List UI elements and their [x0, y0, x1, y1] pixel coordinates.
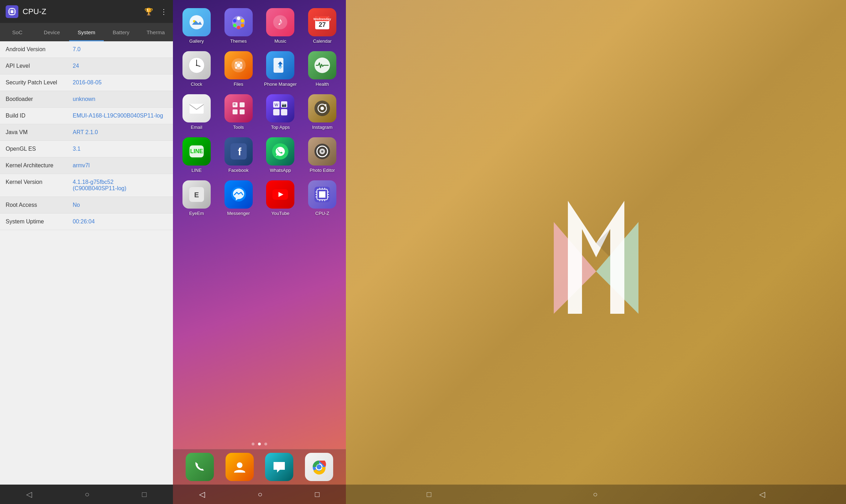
- cpuz-nav-bar: ◁ ○ □: [0, 485, 173, 504]
- tab-system[interactable]: System: [69, 23, 104, 41]
- svg-point-21: [233, 24, 236, 27]
- svg-point-37: [240, 62, 242, 64]
- svg-point-59: [320, 107, 324, 110]
- svg-point-35: [237, 64, 240, 67]
- row-label: API Level: [6, 63, 73, 69]
- svg-rect-50: [235, 104, 235, 105]
- svg-text:LINE: LINE: [190, 148, 203, 154]
- app-music[interactable]: ♪ Music: [260, 5, 301, 47]
- right-back-button[interactable]: □: [427, 490, 431, 499]
- svg-rect-54: [281, 109, 287, 115]
- app-youtube[interactable]: YouTube: [260, 178, 301, 219]
- android-back-button[interactable]: ◁: [199, 490, 205, 499]
- facebook-label: Facebook: [228, 168, 248, 173]
- dot-1[interactable]: [252, 443, 254, 445]
- trophy-icon[interactable]: 🏆: [144, 7, 153, 16]
- tab-battery[interactable]: Battery: [104, 23, 138, 41]
- dock-contacts[interactable]: [226, 453, 254, 481]
- tab-thermal[interactable]: Therma: [138, 23, 173, 41]
- app-topapps[interactable]: W 📷 Top Apps: [260, 91, 301, 133]
- table-row: Kernel Version 4.1.18-g75fbc52(C900B040S…: [0, 174, 173, 197]
- row-label: Bootloader: [6, 96, 73, 102]
- row-value: No: [73, 202, 167, 208]
- svg-rect-49: [234, 104, 234, 105]
- dot-2[interactable]: [258, 443, 261, 445]
- svg-text:♪: ♪: [278, 16, 283, 27]
- svg-point-17: [237, 17, 240, 20]
- svg-point-60: [324, 104, 326, 106]
- page-dots: [173, 439, 346, 449]
- row-label: Kernel Architecture: [6, 162, 73, 169]
- right-recent-button[interactable]: ◁: [759, 490, 765, 499]
- back-button[interactable]: ◁: [26, 490, 32, 499]
- app-health[interactable]: Health: [302, 48, 342, 90]
- dock-messages[interactable]: [265, 453, 293, 481]
- table-row: System Uptime 00:26:04: [0, 214, 173, 230]
- tab-device[interactable]: Device: [35, 23, 69, 41]
- menu-icon[interactable]: ⋮: [160, 7, 167, 16]
- app-tools[interactable]: Tools: [218, 91, 259, 133]
- gallery-label: Gallery: [189, 38, 204, 44]
- row-value: armv7l: [73, 162, 167, 169]
- app-instagram[interactable]: Instagram: [302, 91, 342, 133]
- app-cpuz[interactable]: CPU-Z: [302, 178, 342, 219]
- line-label: LINE: [191, 168, 202, 173]
- clock-label: Clock: [191, 82, 203, 87]
- table-row: Root Access No: [0, 197, 173, 214]
- dock-phone[interactable]: [186, 453, 214, 481]
- home-button[interactable]: ○: [85, 490, 89, 499]
- themes-icon: [224, 8, 253, 36]
- svg-point-19: [241, 24, 244, 27]
- svg-point-18: [241, 19, 244, 23]
- row-label: Kernel Version: [6, 179, 73, 185]
- messenger-label: Messenger: [227, 211, 250, 216]
- svg-rect-45: [233, 109, 238, 114]
- dock-chrome[interactable]: [305, 453, 333, 481]
- phonemanager-label: Phone Manager: [264, 82, 297, 87]
- calendar-icon: Wednesday 27: [308, 8, 336, 36]
- app-messenger[interactable]: Messenger: [218, 178, 259, 219]
- app-photoeditor[interactable]: Photo Editor: [302, 134, 342, 176]
- app-email[interactable]: Email: [176, 91, 217, 133]
- row-value: unknown: [73, 96, 167, 102]
- files-label: Files: [234, 82, 243, 87]
- app-grid: Gallery Themes ♪ Music Wednesday 27: [173, 0, 346, 439]
- svg-point-36: [235, 62, 237, 64]
- topapps-icon: W 📷: [266, 94, 294, 122]
- app-calendar[interactable]: Wednesday 27 Calendar: [302, 5, 342, 47]
- svg-point-39: [240, 67, 242, 69]
- svg-text:f: f: [238, 146, 242, 157]
- app-phonemanager[interactable]: Phone Manager: [260, 48, 301, 90]
- svg-text:27: 27: [319, 21, 326, 28]
- right-panel: □ ○ ◁: [346, 0, 846, 504]
- app-themes[interactable]: Themes: [218, 5, 259, 47]
- row-value: 00:26:04: [73, 218, 167, 225]
- app-files[interactable]: Files: [218, 48, 259, 90]
- app-gallery[interactable]: Gallery: [176, 5, 217, 47]
- tools-label: Tools: [233, 125, 244, 130]
- android-recent-button[interactable]: □: [315, 490, 319, 499]
- android-home-button[interactable]: ○: [258, 490, 262, 499]
- dot-3[interactable]: [264, 443, 267, 445]
- app-whatsapp[interactable]: WhatsApp: [260, 134, 301, 176]
- row-label: Java VM: [6, 129, 73, 136]
- app-eyeem[interactable]: E EyeEm: [176, 178, 217, 219]
- table-row: Security Patch Level 2016-08-05: [0, 74, 173, 91]
- svg-rect-48: [235, 103, 235, 104]
- instagram-label: Instagram: [312, 125, 332, 130]
- tab-soc[interactable]: SoC: [0, 23, 35, 41]
- app-clock[interactable]: Clock: [176, 48, 217, 90]
- table-row: OpenGL ES 3.1: [0, 141, 173, 157]
- row-value: 24: [73, 63, 167, 69]
- right-home-button[interactable]: ○: [593, 490, 598, 499]
- app-facebook[interactable]: f Facebook: [218, 134, 259, 176]
- table-row: Build ID EMUI-A168-L19C900B040SP11-log: [0, 108, 173, 124]
- recent-button[interactable]: □: [142, 490, 146, 499]
- phonemanager-icon: [266, 51, 294, 79]
- table-row: Bootloader unknown: [0, 91, 173, 108]
- svg-text:Wednesday: Wednesday: [313, 17, 331, 21]
- app-line[interactable]: LINE LINE: [176, 134, 217, 176]
- right-nav-bar: □ ○ ◁: [346, 485, 846, 504]
- cpu-icon: [8, 7, 16, 16]
- row-label: Security Patch Level: [6, 79, 73, 86]
